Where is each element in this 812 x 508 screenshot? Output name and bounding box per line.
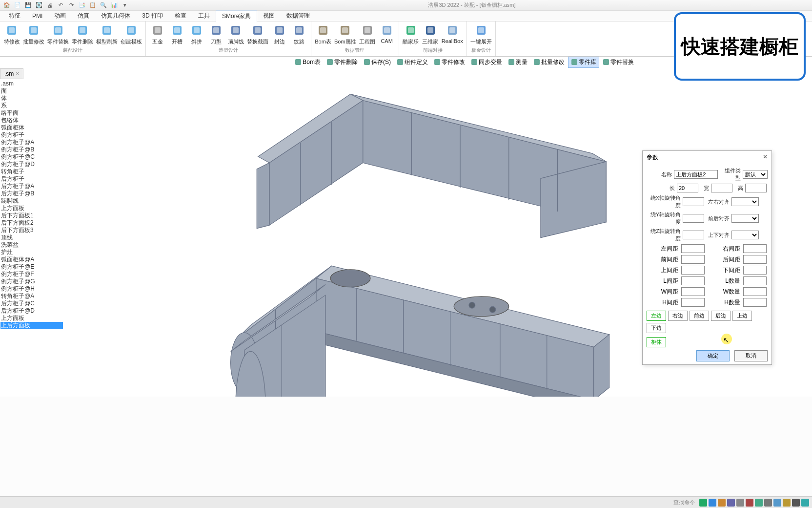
qat-btn-3[interactable]: 💽: [35, 1, 43, 9]
menu-0[interactable]: 特征: [3, 10, 26, 21]
ribbon-btn-零件替换[interactable]: 零件替换: [46, 22, 70, 46]
secbar-零件库[interactable]: 零件库: [568, 57, 599, 68]
ud-select[interactable]: [731, 231, 759, 239]
ribbon-btn-五金[interactable]: 五金: [148, 22, 167, 46]
tree-item[interactable]: 后方柜子@C: [0, 300, 63, 307]
tree-item[interactable]: 后方柜子@B: [0, 190, 63, 197]
fb-select[interactable]: [731, 214, 759, 223]
edge-前边[interactable]: 前边: [690, 311, 709, 321]
close-icon[interactable]: ×: [16, 70, 19, 77]
ribbon-btn-一键展开[interactable]: 一键展开: [469, 22, 493, 46]
ribbon-btn-模型刷新[interactable]: 模型刷新: [95, 22, 119, 46]
ribbon-btn-创建模板[interactable]: 创建模板: [119, 22, 143, 46]
tree-item[interactable]: 例方柜子@B: [0, 146, 63, 153]
grid-input[interactable]: [743, 255, 767, 264]
tree-item[interactable]: 例方柜子@A: [0, 139, 63, 146]
menu-5[interactable]: 3D 打印: [136, 10, 169, 21]
tree-item[interactable]: 后方柜子: [0, 175, 63, 183]
status-icon[interactable]: [755, 499, 763, 507]
tree-item[interactable]: 后方柜子@A: [0, 183, 63, 190]
menu-9[interactable]: 视图: [257, 10, 281, 21]
secbar-零件修改[interactable]: 零件修改: [431, 57, 467, 67]
menu-8[interactable]: SMore家具: [216, 10, 257, 22]
tree-item[interactable]: 上方面板: [0, 205, 63, 212]
secbar-组件定义[interactable]: 组件定义: [394, 57, 430, 67]
grid-input[interactable]: [681, 266, 705, 275]
qat-btn-8[interactable]: 📋: [89, 1, 97, 9]
qat-btn-9[interactable]: 🔍: [100, 1, 107, 9]
status-icon[interactable]: [736, 499, 744, 507]
tree-item[interactable]: 例方柜子@G: [0, 278, 63, 285]
status-icon[interactable]: [709, 499, 716, 507]
rotz-input[interactable]: [683, 231, 704, 239]
edge-左边[interactable]: 左边: [647, 311, 666, 321]
qat-btn-4[interactable]: 🖨: [46, 1, 54, 9]
tree-item[interactable]: 包络体: [0, 117, 63, 124]
qat-btn-6[interactable]: ↷: [67, 1, 75, 9]
menu-4[interactable]: 仿真几何体: [95, 10, 136, 21]
tree-item[interactable]: 后下方面板1: [0, 212, 63, 219]
tree-item[interactable]: 顶线: [0, 234, 63, 241]
ribbon-btn-酷家乐[interactable]: 酷家乐: [401, 22, 421, 46]
qat-btn-5[interactable]: ↶: [57, 1, 64, 9]
tree-item[interactable]: 弧面柜体: [0, 124, 63, 131]
tree-item[interactable]: 络平面: [0, 109, 63, 117]
tree-item[interactable]: 上后方面板: [0, 322, 63, 329]
grid-input[interactable]: [681, 287, 705, 296]
grid-input[interactable]: [743, 287, 767, 296]
qat-btn-7[interactable]: 📑: [78, 1, 86, 9]
secbar-保存(S)[interactable]: 保存(S): [361, 57, 393, 67]
qat-btn-1[interactable]: 📄: [14, 1, 21, 9]
tree-item[interactable]: 系: [0, 102, 63, 109]
grid-input[interactable]: [681, 255, 705, 264]
tree-item[interactable]: 转角柜子: [0, 168, 63, 175]
tree-item[interactable]: 例方柜子: [0, 131, 63, 139]
status-icon[interactable]: [783, 499, 791, 507]
status-icon[interactable]: [718, 499, 726, 507]
ribbon-btn-Bom属性[interactable]: Bom属性: [333, 22, 358, 46]
lr-select[interactable]: [731, 197, 759, 206]
status-icon[interactable]: [764, 499, 772, 507]
ribbon-btn-批量修改[interactable]: 批量修改: [21, 22, 46, 46]
grid-input[interactable]: [743, 298, 767, 307]
tree-item[interactable]: 后下方面板2: [0, 219, 63, 227]
ribbon-btn-刀型[interactable]: 刀型: [206, 22, 226, 46]
menu-7[interactable]: 工具: [192, 10, 216, 21]
grid-input[interactable]: [681, 244, 705, 253]
ribbon-btn-纹路[interactable]: 纹路: [289, 22, 309, 46]
status-icon[interactable]: [773, 499, 781, 507]
name-input[interactable]: [674, 170, 718, 179]
grid-input[interactable]: [681, 298, 705, 307]
tree-item[interactable]: 踢脚线: [0, 197, 63, 205]
edge-上边[interactable]: 上边: [732, 311, 752, 321]
tree-item[interactable]: 上方面板: [0, 315, 63, 322]
status-icon[interactable]: [792, 499, 800, 507]
edge-下边[interactable]: 下边: [647, 323, 666, 333]
qat-btn-11[interactable]: ▾: [121, 1, 129, 9]
qat-btn-0[interactable]: 🏠: [3, 1, 11, 9]
secbar-Bom表[interactable]: Bom表: [292, 57, 323, 67]
secbar-测量[interactable]: 测量: [506, 57, 530, 67]
tree-item[interactable]: 后方柜子@D: [0, 307, 63, 315]
menu-10[interactable]: 数据管理: [281, 10, 316, 21]
tree-item[interactable]: 后下方面板3: [0, 227, 63, 234]
secbar-同步变量[interactable]: 同步变量: [468, 57, 505, 67]
tree-item[interactable]: 例方柜子@F: [0, 271, 63, 278]
doc-tab[interactable]: .sm ×: [0, 68, 23, 79]
len-input[interactable]: [677, 184, 698, 192]
ribbon-btn-顶脚线[interactable]: 顶脚线: [226, 22, 245, 46]
tree-item[interactable]: 面: [0, 87, 63, 95]
tree-item[interactable]: .asm: [0, 80, 63, 87]
ribbon-btn-替换截面[interactable]: 替换截面: [245, 22, 270, 46]
tree-item[interactable]: 例方柜子@C: [0, 153, 63, 161]
menu-6[interactable]: 检查: [169, 10, 192, 21]
status-icon[interactable]: [727, 499, 735, 507]
tree-item[interactable]: 护灶: [0, 249, 63, 256]
status-icon[interactable]: [801, 499, 809, 507]
tree-item[interactable]: 例方柜子@E: [0, 263, 63, 271]
edge-后边[interactable]: 后边: [711, 311, 731, 321]
menu-3[interactable]: 仿真: [72, 10, 95, 21]
ribbon-btn-斜拼[interactable]: 斜拼: [187, 22, 206, 46]
grid-input[interactable]: [743, 276, 767, 285]
ribbon-btn-三维家[interactable]: 三维家: [421, 22, 440, 46]
